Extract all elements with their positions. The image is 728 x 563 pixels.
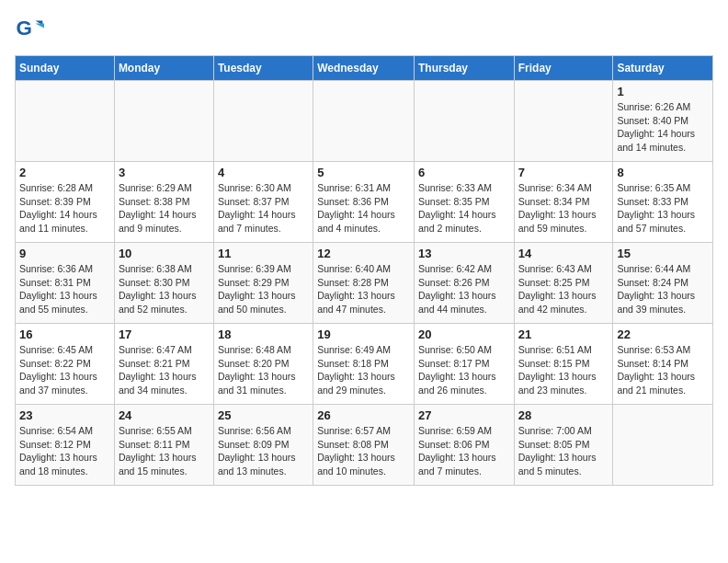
day-info: Sunrise: 6:26 AM Sunset: 8:40 PM Dayligh…: [617, 100, 709, 155]
day-number: 17: [119, 327, 210, 341]
calendar-cell: [313, 81, 415, 162]
day-info: Sunrise: 6:54 AM Sunset: 8:12 PM Dayligh…: [19, 424, 110, 478]
page-header: G: [15, 15, 713, 44]
day-number: 2: [19, 166, 110, 179]
day-number: 11: [218, 247, 309, 260]
calendar-week-row: 2Sunrise: 6:28 AM Sunset: 8:39 PM Daylig…: [16, 162, 713, 243]
calendar-cell: 3Sunrise: 6:29 AM Sunset: 8:38 PM Daylig…: [114, 162, 213, 243]
calendar-cell: 9Sunrise: 6:36 AM Sunset: 8:31 PM Daylig…: [16, 243, 115, 324]
calendar-cell: 7Sunrise: 6:34 AM Sunset: 8:34 PM Daylig…: [514, 162, 613, 243]
calendar-cell: 14Sunrise: 6:43 AM Sunset: 8:25 PM Dayli…: [514, 243, 613, 324]
day-number: 4: [218, 166, 309, 179]
calendar-cell: 13Sunrise: 6:42 AM Sunset: 8:26 PM Dayli…: [414, 243, 514, 324]
day-number: 13: [418, 247, 510, 260]
calendar-cell: [613, 405, 713, 486]
day-info: Sunrise: 6:30 AM Sunset: 8:37 PM Dayligh…: [218, 181, 309, 236]
day-info: Sunrise: 6:38 AM Sunset: 8:30 PM Dayligh…: [119, 262, 210, 316]
day-info: Sunrise: 6:47 AM Sunset: 8:21 PM Dayligh…: [119, 343, 210, 397]
day-info: Sunrise: 6:29 AM Sunset: 8:38 PM Dayligh…: [119, 181, 210, 236]
calendar-cell: 6Sunrise: 6:33 AM Sunset: 8:35 PM Daylig…: [414, 162, 514, 243]
calendar-cell: 27Sunrise: 6:59 AM Sunset: 8:06 PM Dayli…: [414, 405, 514, 486]
day-number: 15: [617, 247, 709, 260]
calendar-cell: 12Sunrise: 6:40 AM Sunset: 8:28 PM Dayli…: [313, 243, 415, 324]
day-info: Sunrise: 6:56 AM Sunset: 8:09 PM Dayligh…: [218, 424, 309, 478]
weekday-header-tuesday: Tuesday: [213, 56, 313, 81]
calendar-cell: [514, 81, 613, 162]
day-number: 18: [218, 327, 309, 341]
day-info: Sunrise: 6:36 AM Sunset: 8:31 PM Dayligh…: [19, 262, 110, 316]
day-number: 26: [317, 408, 410, 422]
calendar-cell: 11Sunrise: 6:39 AM Sunset: 8:29 PM Dayli…: [213, 243, 313, 324]
calendar-cell: 21Sunrise: 6:51 AM Sunset: 8:15 PM Dayli…: [514, 324, 613, 405]
calendar-cell: [16, 81, 115, 162]
day-number: 23: [19, 408, 110, 422]
day-info: Sunrise: 6:59 AM Sunset: 8:06 PM Dayligh…: [418, 424, 510, 478]
logo: G: [15, 15, 48, 44]
calendar-cell: 23Sunrise: 6:54 AM Sunset: 8:12 PM Dayli…: [16, 405, 115, 486]
day-number: 1: [617, 85, 709, 98]
calendar-cell: 2Sunrise: 6:28 AM Sunset: 8:39 PM Daylig…: [16, 162, 115, 243]
day-info: Sunrise: 6:40 AM Sunset: 8:28 PM Dayligh…: [317, 262, 410, 316]
weekday-header-row: SundayMondayTuesdayWednesdayThursdayFrid…: [16, 56, 713, 81]
day-info: Sunrise: 6:57 AM Sunset: 8:08 PM Dayligh…: [317, 424, 410, 478]
calendar-week-row: 9Sunrise: 6:36 AM Sunset: 8:31 PM Daylig…: [16, 243, 713, 324]
calendar-cell: 19Sunrise: 6:49 AM Sunset: 8:18 PM Dayli…: [313, 324, 415, 405]
day-number: 16: [19, 327, 110, 341]
calendar-cell: 17Sunrise: 6:47 AM Sunset: 8:21 PM Dayli…: [114, 324, 213, 405]
calendar-cell: 10Sunrise: 6:38 AM Sunset: 8:30 PM Dayli…: [114, 243, 213, 324]
day-number: 6: [418, 166, 510, 179]
day-number: 10: [119, 247, 210, 260]
calendar-cell: 22Sunrise: 6:53 AM Sunset: 8:14 PM Dayli…: [613, 324, 713, 405]
day-info: Sunrise: 6:34 AM Sunset: 8:34 PM Dayligh…: [518, 181, 609, 236]
day-info: Sunrise: 7:00 AM Sunset: 8:05 PM Dayligh…: [518, 424, 609, 478]
calendar-cell: 16Sunrise: 6:45 AM Sunset: 8:22 PM Dayli…: [16, 324, 115, 405]
calendar-cell: [414, 81, 514, 162]
day-info: Sunrise: 6:43 AM Sunset: 8:25 PM Dayligh…: [518, 262, 609, 316]
day-number: 19: [317, 327, 410, 341]
day-number: 5: [317, 166, 410, 179]
day-number: 27: [418, 408, 510, 422]
day-number: 8: [617, 166, 709, 179]
day-info: Sunrise: 6:50 AM Sunset: 8:17 PM Dayligh…: [418, 343, 510, 397]
day-number: 7: [518, 166, 609, 179]
day-info: Sunrise: 6:51 AM Sunset: 8:15 PM Dayligh…: [518, 343, 609, 397]
day-info: Sunrise: 6:31 AM Sunset: 8:36 PM Dayligh…: [317, 181, 410, 236]
day-info: Sunrise: 6:28 AM Sunset: 8:39 PM Dayligh…: [19, 181, 110, 236]
calendar-week-row: 16Sunrise: 6:45 AM Sunset: 8:22 PM Dayli…: [16, 324, 713, 405]
weekday-header-sunday: Sunday: [16, 56, 115, 81]
calendar-cell: 28Sunrise: 7:00 AM Sunset: 8:05 PM Dayli…: [514, 405, 613, 486]
svg-marker-2: [35, 24, 44, 29]
day-number: 24: [119, 408, 210, 422]
day-info: Sunrise: 6:49 AM Sunset: 8:18 PM Dayligh…: [317, 343, 410, 397]
calendar-week-row: 23Sunrise: 6:54 AM Sunset: 8:12 PM Dayli…: [16, 405, 713, 486]
day-info: Sunrise: 6:48 AM Sunset: 8:20 PM Dayligh…: [218, 343, 309, 397]
day-info: Sunrise: 6:39 AM Sunset: 8:29 PM Dayligh…: [218, 262, 309, 316]
weekday-header-friday: Friday: [514, 56, 613, 81]
calendar-cell: 24Sunrise: 6:55 AM Sunset: 8:11 PM Dayli…: [114, 405, 213, 486]
calendar-cell: 25Sunrise: 6:56 AM Sunset: 8:09 PM Dayli…: [213, 405, 313, 486]
day-info: Sunrise: 6:42 AM Sunset: 8:26 PM Dayligh…: [418, 262, 510, 316]
day-number: 22: [617, 327, 709, 341]
day-number: 3: [119, 166, 210, 179]
day-info: Sunrise: 6:44 AM Sunset: 8:24 PM Dayligh…: [617, 262, 709, 316]
weekday-header-wednesday: Wednesday: [313, 56, 415, 81]
calendar-week-row: 1Sunrise: 6:26 AM Sunset: 8:40 PM Daylig…: [16, 81, 713, 162]
day-number: 28: [518, 408, 609, 422]
calendar-cell: 15Sunrise: 6:44 AM Sunset: 8:24 PM Dayli…: [613, 243, 713, 324]
day-info: Sunrise: 6:55 AM Sunset: 8:11 PM Dayligh…: [119, 424, 210, 478]
weekday-header-monday: Monday: [114, 56, 213, 81]
calendar-cell: 20Sunrise: 6:50 AM Sunset: 8:17 PM Dayli…: [414, 324, 514, 405]
day-info: Sunrise: 6:53 AM Sunset: 8:14 PM Dayligh…: [617, 343, 709, 397]
calendar-cell: 5Sunrise: 6:31 AM Sunset: 8:36 PM Daylig…: [313, 162, 415, 243]
day-number: 12: [317, 247, 410, 260]
calendar-cell: [114, 81, 213, 162]
calendar-cell: 1Sunrise: 6:26 AM Sunset: 8:40 PM Daylig…: [613, 81, 713, 162]
weekday-header-thursday: Thursday: [414, 56, 514, 81]
calendar-cell: 4Sunrise: 6:30 AM Sunset: 8:37 PM Daylig…: [213, 162, 313, 243]
calendar-cell: 18Sunrise: 6:48 AM Sunset: 8:20 PM Dayli…: [213, 324, 313, 405]
day-number: 9: [19, 247, 110, 260]
weekday-header-saturday: Saturday: [613, 56, 713, 81]
logo-icon: G: [15, 15, 44, 44]
day-number: 25: [218, 408, 309, 422]
day-info: Sunrise: 6:45 AM Sunset: 8:22 PM Dayligh…: [19, 343, 110, 397]
